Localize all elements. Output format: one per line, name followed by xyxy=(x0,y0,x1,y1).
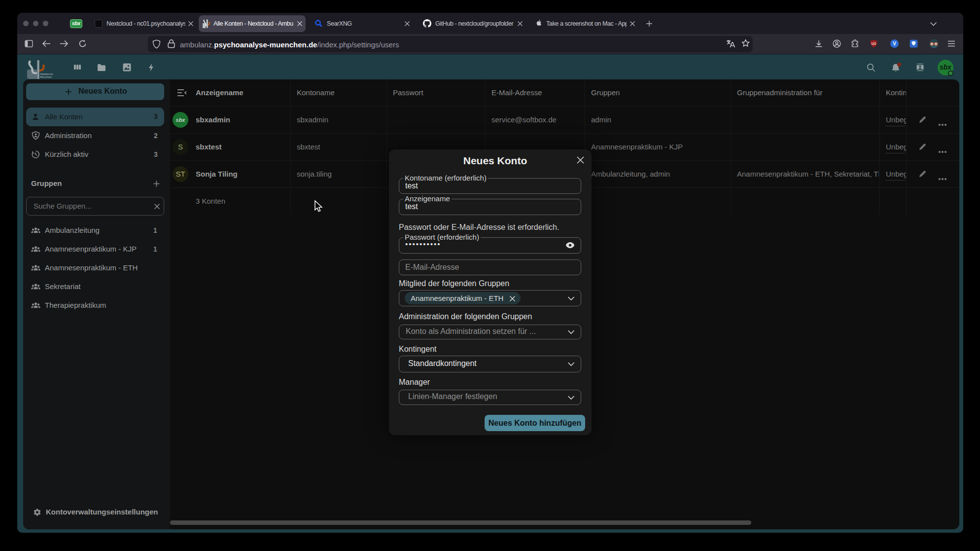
svg-text:UO: UO xyxy=(872,42,876,45)
